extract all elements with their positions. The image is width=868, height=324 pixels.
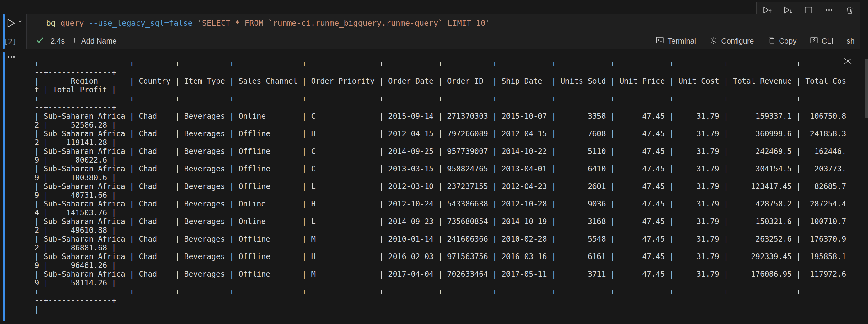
terminal-line: | Sub-Saharan Africa | Chad | Beverages … bbox=[34, 165, 846, 173]
terminal-line: 4 | 141503.76 | bbox=[34, 208, 846, 217]
terminal-button[interactable]: Terminal bbox=[656, 36, 696, 46]
add-name-button[interactable]: Add Name bbox=[71, 37, 117, 45]
command-token: 'SELECT * FROM `runme-ci.runme_bigquery.… bbox=[197, 19, 490, 28]
command-token: query bbox=[60, 19, 89, 28]
execution-duration: 2.4s bbox=[51, 37, 65, 45]
copy-icon bbox=[767, 36, 776, 46]
cli-label: CLI bbox=[822, 37, 833, 45]
terminal-line: +--------------------+---------+--------… bbox=[34, 59, 846, 68]
code-cell: bq query --use_legacy_sql=false 'SELECT … bbox=[26, 14, 861, 49]
terminal-line: 2 | 119141.28 | bbox=[34, 138, 846, 147]
run-cell-button[interactable] bbox=[5, 17, 16, 30]
terminal-line: --+--------------+ bbox=[34, 103, 846, 112]
terminal-line: | Sub-Saharan Africa | Chad | Beverages … bbox=[34, 217, 846, 226]
terminal-line: | Sub-Saharan Africa | Chad | Beverages … bbox=[34, 130, 846, 138]
terminal-line: | Sub-Saharan Africa | Chad | Beverages … bbox=[34, 235, 846, 244]
terminal-line: 9 | 58114.26 | bbox=[34, 279, 846, 287]
output-focus-bar[interactable] bbox=[2, 52, 5, 322]
gear-icon bbox=[709, 36, 718, 46]
terminal-line: --+--------------+ bbox=[34, 296, 846, 305]
terminal-line: | Sub-Saharan Africa | Chad | Beverages … bbox=[34, 200, 846, 208]
terminal-line: 2 | 52586.28 | bbox=[34, 121, 846, 130]
play-icon bbox=[5, 25, 16, 30]
plus-icon bbox=[71, 37, 78, 45]
success-check-icon bbox=[35, 36, 44, 46]
copy-label: Copy bbox=[779, 37, 797, 45]
terminal-line: | Region | Country | Item Type | Sales C… bbox=[34, 77, 846, 85]
terminal-line: | Sub-Saharan Africa | Chad | Beverages … bbox=[34, 147, 846, 156]
terminal-line: | Sub-Saharan Africa | Chad | Beverages … bbox=[34, 112, 846, 121]
command-token: --use_legacy_sql=false bbox=[89, 19, 197, 28]
terminal-line: | Sub-Saharan Africa | Chad | Beverages … bbox=[34, 270, 846, 279]
output-options-ellipsis-icon[interactable] bbox=[6, 54, 17, 61]
terminal-line: 2 | 86881.68 | bbox=[34, 244, 846, 252]
terminal-line: +--------------------+---------+--------… bbox=[34, 94, 846, 103]
terminal-line: 9 | 80022.6 | bbox=[34, 156, 846, 165]
chevron-down-icon[interactable] bbox=[18, 19, 23, 25]
close-icon[interactable] bbox=[843, 57, 853, 66]
terminal-text[interactable]: +--------------------+---------+--------… bbox=[34, 59, 846, 314]
language-label: sh bbox=[847, 37, 855, 45]
execution-count: [2] bbox=[4, 38, 17, 46]
add-name-label: Add Name bbox=[81, 37, 117, 45]
terminal-line: t | Total Profit | bbox=[34, 85, 846, 94]
terminal-line: | bbox=[34, 305, 846, 314]
configure-label: Configure bbox=[721, 37, 754, 45]
terminal-line: | Sub-Saharan Africa | Chad | Beverages … bbox=[34, 182, 846, 191]
terminal-label: Terminal bbox=[668, 37, 696, 45]
terminal-output: +--------------------+---------+--------… bbox=[19, 52, 859, 322]
copy-button[interactable]: Copy bbox=[767, 36, 797, 46]
terminal-line: 2 | 49610.88 | bbox=[34, 226, 846, 235]
command-token: bq bbox=[46, 19, 60, 28]
terminal-line: 9 | 40731.66 | bbox=[34, 191, 846, 200]
terminal-line: 9 | 100380.6 | bbox=[34, 173, 846, 182]
language-picker[interactable]: sh bbox=[847, 37, 855, 45]
terminal-line: 9 | 96481.26 | bbox=[34, 261, 846, 270]
terminal-line: +--------------------+---------+--------… bbox=[34, 287, 846, 296]
terminal-icon bbox=[656, 36, 664, 46]
terminal-line: | Sub-Saharan Africa | Chad | Beverages … bbox=[34, 252, 846, 261]
cli-button[interactable]: CLI bbox=[810, 36, 833, 46]
terminal-line: --+--------------+ bbox=[34, 68, 846, 77]
scrollbar-thumb[interactable] bbox=[865, 59, 868, 118]
command-line[interactable]: bq query --use_legacy_sql=false 'SELECT … bbox=[46, 19, 490, 30]
cell-status-bar: 2.4s Add Name Terminal bbox=[35, 34, 855, 48]
configure-button[interactable]: Configure bbox=[709, 36, 754, 46]
cli-bolt-icon bbox=[810, 36, 818, 46]
